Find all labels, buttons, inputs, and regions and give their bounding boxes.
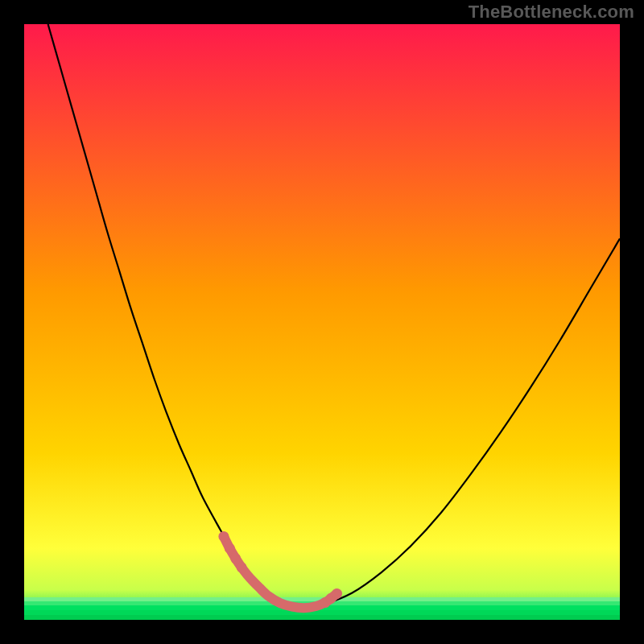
svg-rect-5 [24,610,620,615]
highlight-dot [237,562,247,572]
highlight-dot [332,588,342,599]
highlight-dot [218,531,229,542]
plot-background [24,24,620,620]
chart-frame: TheBottleneck.com [0,0,644,644]
chart-svg [0,0,644,644]
highlight-dot [225,543,235,554]
highlight-dot [230,553,241,564]
svg-rect-6 [24,615,620,620]
watermark-text: TheBottleneck.com [469,2,634,23]
